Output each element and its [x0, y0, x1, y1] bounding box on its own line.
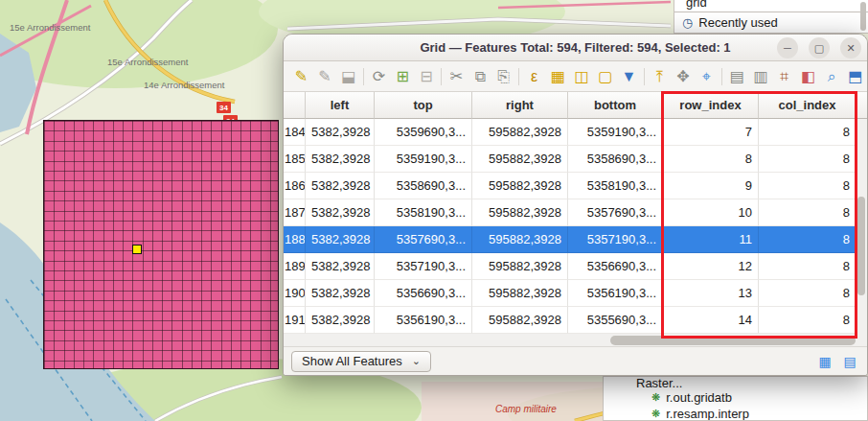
cell-left[interactable]: 5382,3928	[306, 199, 375, 226]
column-header-bottom[interactable]: bottom	[568, 92, 663, 119]
cut-button[interactable]: ✂	[445, 64, 468, 89]
cell-bottom[interactable]: 5356190,3...	[568, 280, 663, 307]
column-header-col_index[interactable]: col_index	[759, 92, 857, 119]
move-selection-top-button[interactable]: ⤒	[648, 64, 672, 89]
search-button[interactable]: ⌕	[820, 64, 844, 89]
show-all-features-button[interactable]: Show All Features ⌄	[291, 351, 431, 372]
cell-left[interactable]: 5382,3928	[306, 119, 375, 146]
column-header-top[interactable]: top	[375, 92, 472, 119]
row-number[interactable]: 187	[284, 199, 306, 226]
cell-right[interactable]: 595882,3928	[472, 226, 568, 253]
recently-used-group[interactable]: ◷ Recently used	[674, 12, 868, 32]
table-row[interactable]: 1865382,39285358690,3...595882,392853581…	[284, 173, 867, 199]
cell-left[interactable]: 5382,3928	[306, 226, 375, 253]
toolbox-item[interactable]: ❋r.resamp.interp	[604, 406, 867, 421]
cell-col_index[interactable]: 8	[759, 146, 857, 173]
row-number[interactable]: 190	[284, 280, 306, 307]
select-all-button[interactable]: ▦	[546, 64, 570, 89]
cell-row_index[interactable]: 9	[663, 173, 759, 199]
table-row[interactable]: 1895382,39285357190,3...595882,392853566…	[284, 253, 867, 280]
save-edits-button[interactable]: ⬓	[336, 64, 360, 89]
cell-row_index[interactable]: 13	[663, 280, 759, 307]
cell-top[interactable]: 5358690,3...	[375, 173, 472, 199]
cell-right[interactable]: 595882,3928	[472, 253, 568, 280]
pan-to-selection-button[interactable]: ✥	[672, 64, 696, 89]
maximize-button[interactable]: ▢	[809, 37, 830, 58]
horizontal-scrollbar[interactable]	[284, 334, 867, 347]
conditional-formatting-button[interactable]: ◧	[796, 64, 820, 89]
row-number[interactable]: 185	[284, 146, 306, 173]
column-header-row_index[interactable]: row_index	[663, 92, 759, 119]
cell-row_index[interactable]: 8	[663, 146, 759, 173]
dock-button[interactable]: ⬒	[843, 64, 867, 89]
table-row[interactable]: 1905382,39285356690,3...595882,392853561…	[284, 280, 867, 307]
form-view-button[interactable]: ▤	[840, 353, 859, 370]
panel-scrollbar[interactable]	[860, 2, 866, 31]
cell-col_index[interactable]: 8	[759, 119, 857, 146]
cell-top[interactable]: 5356690,3...	[375, 280, 472, 307]
copy-button[interactable]: ⧉	[468, 64, 492, 89]
horizontal-scrollbar-handle[interactable]	[610, 336, 856, 345]
cell-top[interactable]: 5357690,3...	[375, 226, 472, 253]
cell-bottom[interactable]: 5355690,3...	[568, 307, 663, 334]
zoom-to-selection-button[interactable]: ⌖	[695, 64, 719, 89]
dialog-titlebar[interactable]: Grid — Features Total: 594, Filtered: 59…	[284, 35, 867, 61]
cell-left[interactable]: 5382,3928	[306, 253, 375, 280]
toggle-editing-button[interactable]: ✎	[289, 64, 313, 89]
cell-col_index[interactable]: 8	[759, 280, 857, 307]
close-button[interactable]: ✕	[840, 37, 861, 58]
cell-left[interactable]: 5382,3928	[306, 280, 375, 307]
cell-top[interactable]: 5356190,3...	[375, 307, 472, 334]
cell-row_index[interactable]: 11	[663, 226, 759, 253]
table-row[interactable]: 1915382,39285356190,3...595882,392853556…	[284, 307, 867, 334]
row-number[interactable]: 188	[284, 226, 306, 253]
column-header-right[interactable]: right	[472, 92, 568, 119]
table-corner[interactable]	[284, 92, 306, 119]
paste-button[interactable]: ⎘	[492, 64, 516, 89]
reload-button[interactable]: ⟳	[367, 64, 391, 89]
cell-right[interactable]: 595882,3928	[472, 199, 568, 226]
cell-col_index[interactable]: 8	[759, 173, 857, 199]
multiedit-button[interactable]: ✎	[313, 64, 337, 89]
cell-top[interactable]: 5358190,3...	[375, 199, 472, 226]
cell-bottom[interactable]: 5357190,3...	[568, 226, 663, 253]
toolbox-group-label[interactable]: Raster...	[604, 377, 867, 389]
cell-bottom[interactable]: 5356690,3...	[568, 253, 663, 280]
cell-col_index[interactable]: 8	[759, 253, 857, 280]
table-row[interactable]: 1875382,39285358190,3...595882,392853576…	[284, 199, 867, 226]
field-calculator-button[interactable]: ⌗	[772, 64, 796, 89]
cell-top[interactable]: 5359190,3...	[375, 146, 472, 173]
cell-row_index[interactable]: 7	[663, 119, 759, 146]
cell-row_index[interactable]: 14	[663, 307, 759, 334]
cell-bottom[interactable]: 5358190,3...	[568, 173, 663, 199]
cell-bottom[interactable]: 5357690,3...	[568, 199, 663, 226]
table-row[interactable]: 1845382,39285359690,3...595882,392853591…	[284, 119, 867, 146]
row-number[interactable]: 189	[284, 253, 306, 280]
vertical-scrollbar-handle[interactable]	[857, 197, 865, 295]
add-feature-button[interactable]: ⊞	[391, 64, 415, 89]
row-number[interactable]: 191	[284, 307, 306, 334]
cell-top[interactable]: 5357190,3...	[375, 253, 472, 280]
cell-right[interactable]: 595882,3928	[472, 307, 568, 334]
delete-selected-button[interactable]: ⊟	[415, 64, 439, 89]
cell-right[interactable]: 595882,3928	[472, 119, 568, 146]
cell-bottom[interactable]: 5359190,3...	[568, 119, 663, 146]
cell-row_index[interactable]: 10	[663, 199, 759, 226]
cell-col_index[interactable]: 8	[759, 307, 857, 334]
filter-button[interactable]: ▼	[617, 64, 641, 89]
cell-left[interactable]: 5382,3928	[306, 146, 375, 173]
vertical-scrollbar[interactable]	[855, 119, 867, 334]
cell-row_index[interactable]: 12	[663, 253, 759, 280]
cell-col_index[interactable]: 8	[759, 199, 857, 226]
select-by-expression-button[interactable]: ε	[522, 64, 546, 89]
toolbox-search-input[interactable]: grid	[674, 0, 868, 12]
invert-selection-button[interactable]: ◫	[570, 64, 594, 89]
cell-left[interactable]: 5382,3928	[306, 307, 375, 334]
new-field-button[interactable]: ▤	[725, 64, 749, 89]
deselect-all-button[interactable]: ▢	[593, 64, 617, 89]
cell-right[interactable]: 595882,3928	[472, 173, 568, 199]
cell-top[interactable]: 5359690,3...	[375, 119, 472, 146]
cell-left[interactable]: 5382,3928	[306, 173, 375, 199]
cell-right[interactable]: 595882,3928	[472, 280, 568, 307]
minimize-button[interactable]: ─	[777, 37, 798, 58]
